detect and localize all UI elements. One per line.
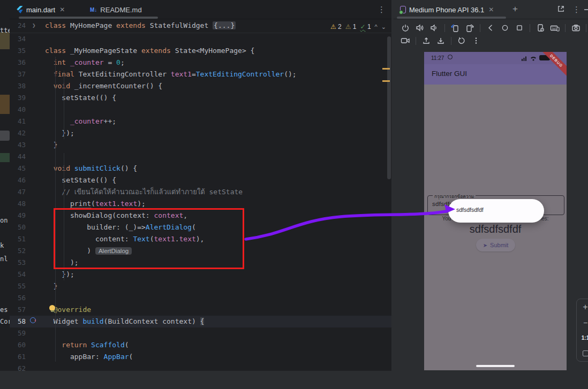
device-icon	[400, 6, 406, 13]
code-line: 51 content: Text(text1.text),	[10, 233, 391, 245]
indent-guide	[55, 57, 56, 362]
new-device-tab-button[interactable]: +	[512, 4, 518, 14]
next-issue-chevron[interactable]: ⌄	[381, 24, 386, 30]
sliver-highlight-block	[0, 95, 10, 114]
line-number: 44	[10, 151, 26, 163]
fit-to-window-button[interactable]	[577, 346, 588, 361]
line-number: 24	[10, 20, 26, 32]
inspections-widget[interactable]: ⚠ 2 ⚠ 1 ✓ 1 ^ ⌄	[330, 21, 386, 32]
code-line: 44	[10, 151, 391, 163]
home-indicator[interactable]	[476, 365, 515, 367]
code-line: 43 }	[10, 139, 391, 151]
code-line: 53 );	[10, 257, 391, 269]
code-lines[interactable]: 3435class _MyHomePageState extends State…	[10, 33, 391, 371]
download-icon[interactable]	[434, 35, 447, 47]
code-line: 45 void submitClick() {	[10, 163, 391, 174]
tab-label: README.md	[100, 6, 141, 14]
line-number: 56	[10, 292, 26, 304]
intention-bulb-icon[interactable]	[49, 305, 55, 311]
code-line: 34	[10, 33, 391, 45]
line-number: 34	[10, 33, 26, 45]
code-editor-pane[interactable]: main.dart ✕ M↓ README.md ⋮ 24 ❯ class My…	[10, 0, 391, 371]
submit-button[interactable]: ➤ Submit	[476, 239, 515, 251]
hide-icon-partial[interactable]	[584, 9, 588, 10]
warning-stripe-mark[interactable]	[382, 80, 390, 82]
fit-icon	[583, 350, 588, 356]
toolbar-separator	[451, 37, 451, 45]
emulator-panel: Medium Phone API 36.1 ✕ + ⋮ 11:27	[394, 0, 588, 371]
camera-icon[interactable]	[569, 22, 582, 34]
code-line: 35class _MyHomePageState extends State<M…	[10, 45, 391, 57]
volume-down-icon[interactable]	[428, 22, 441, 34]
line-number: 52	[10, 245, 26, 257]
back-icon[interactable]	[484, 22, 497, 34]
actual-size-button[interactable]: 1:1	[577, 330, 588, 346]
record-screen-icon[interactable]	[399, 35, 412, 47]
check-icon: ✓	[360, 23, 366, 30]
kebab-menu-icon[interactable]: ⋮	[572, 5, 581, 14]
editor-scrollbar[interactable]	[387, 36, 391, 179]
fold-arrow-icon[interactable]: ❯	[32, 20, 36, 32]
alert-dialog: sdfsdfsdfdf	[448, 199, 544, 223]
kebab-icon[interactable]	[470, 35, 483, 47]
background-text-fragment: on	[0, 217, 7, 224]
wifi-icon	[530, 56, 537, 61]
toolbar-separator	[565, 24, 566, 32]
close-icon[interactable]: ✕	[59, 6, 65, 13]
markdown-icon: M↓	[90, 7, 97, 13]
code-line: 42 });	[10, 127, 391, 139]
sliver-highlight-block	[0, 153, 10, 162]
panel-top-scrollbar[interactable]	[397, 17, 506, 19]
close-icon[interactable]: ✕	[488, 6, 494, 13]
phone-screen[interactable]: 11:27 Flutter GUI DEBUG กรุณากรอกข้อความ…	[424, 52, 567, 370]
volume-up-icon[interactable]	[413, 22, 426, 34]
kebab-menu-icon[interactable]: ⋮	[378, 5, 386, 14]
code-line: 46 setState(() {	[10, 174, 391, 186]
override-gutter-icon[interactable]	[30, 317, 36, 323]
line-number: 62	[10, 363, 26, 371]
code-line: 41 _counter++;	[10, 116, 391, 127]
line-number: 53	[10, 257, 26, 269]
prev-issue-chevron[interactable]: ^	[375, 24, 378, 30]
code-line: 61 appBar: AppBar(	[10, 351, 391, 363]
line-number: 41	[10, 116, 26, 127]
zoom-out-button[interactable]: −	[577, 315, 588, 330]
tab-label: Medium Phone API 36.1	[409, 6, 484, 14]
rotate-left-icon[interactable]	[449, 22, 462, 34]
line-number: 57	[10, 304, 26, 316]
code-line: 57 @override	[10, 304, 391, 316]
device-settings-icon[interactable]	[534, 22, 547, 34]
snapshot-restore-icon[interactable]	[455, 35, 468, 47]
line-number: 39	[10, 92, 26, 104]
editor-top-scrollbar[interactable]	[19, 17, 158, 19]
power-icon[interactable]	[399, 22, 412, 34]
tab-label: main.dart	[26, 6, 55, 14]
warning-stripe-mark[interactable]	[382, 68, 390, 70]
line-number: 43	[10, 139, 26, 151]
code-line: 40	[10, 104, 391, 116]
weak-warning-icon: ⚠	[345, 23, 351, 30]
code-line: 39 setState(() {	[10, 92, 391, 104]
overview-icon[interactable]	[513, 22, 526, 34]
editor-tab-bar: main.dart ✕ M↓ README.md ⋮	[10, 0, 391, 19]
line-number: 58	[10, 316, 26, 327]
line-number: 45	[10, 163, 26, 174]
line-number: 47	[10, 186, 26, 198]
code-line: 50 builder: (_)=>AlertDialog(	[10, 222, 391, 233]
line-number: 40	[10, 104, 26, 116]
keyboard-icon[interactable]	[548, 22, 561, 34]
line-number: 60	[10, 339, 26, 351]
home-icon[interactable]	[499, 22, 511, 34]
rotate-right-icon[interactable]	[463, 22, 476, 34]
zoom-in-button[interactable]: +	[577, 299, 588, 315]
code-line: 48 print(text1.text);	[10, 198, 391, 210]
toolbar-separator	[530, 24, 530, 32]
upload-icon[interactable]	[420, 35, 433, 47]
line-number: 50	[10, 222, 26, 233]
line-number: 61	[10, 351, 26, 363]
line-number: 54	[10, 269, 26, 280]
line-number: 55	[10, 280, 26, 292]
open-in-window-icon[interactable]	[557, 5, 565, 13]
code-line: 55 }	[10, 280, 391, 292]
app-title: Flutter GUI	[432, 70, 467, 78]
